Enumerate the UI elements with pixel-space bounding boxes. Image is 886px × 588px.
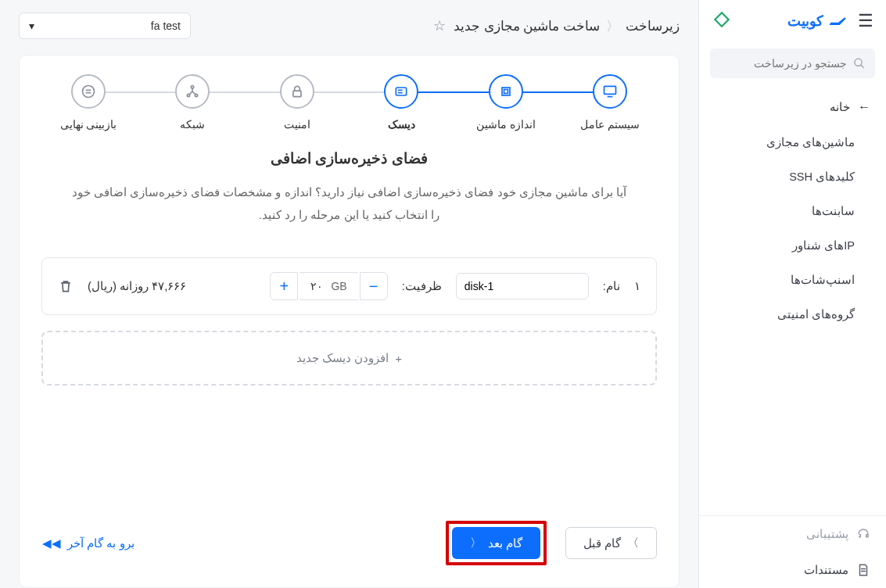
nav-home[interactable]: ← خانه bbox=[699, 89, 886, 125]
add-disk-label: افزودن دیسک جدید bbox=[296, 351, 389, 365]
nav-ssh-keys[interactable]: کلیدهای SSH bbox=[699, 160, 886, 194]
trash-icon[interactable] bbox=[58, 278, 74, 294]
stepper: سیستم عامل اندازه ماشین دیسک bbox=[41, 74, 657, 131]
lock-icon bbox=[289, 84, 305, 99]
breadcrumb: زیرساخت 〈 ساخت ماشین مجازی جدید bbox=[454, 17, 680, 35]
capacity-display: GB ۲۰ bbox=[300, 272, 357, 300]
document-icon bbox=[856, 563, 870, 577]
step-review[interactable]: بازبینی نهایی bbox=[41, 74, 135, 131]
chevron-left-icon: 〈 bbox=[470, 536, 482, 550]
disk-price: ۴۷,۶۶۶ روزانه (ریال) bbox=[88, 279, 187, 293]
add-disk-button[interactable]: + افزودن دیسک جدید bbox=[41, 331, 657, 385]
svg-point-10 bbox=[192, 86, 194, 88]
search-icon bbox=[853, 56, 866, 70]
step-network[interactable]: شبکه bbox=[145, 74, 239, 131]
project-select-value: fa test bbox=[151, 20, 181, 32]
search-input-container[interactable] bbox=[710, 48, 875, 78]
breadcrumb-root[interactable]: زیرساخت bbox=[626, 18, 680, 34]
menu-icon[interactable]: ☰ bbox=[858, 11, 873, 31]
brand-name: کوبیت bbox=[787, 13, 823, 30]
section-description: آیا برای ماشین مجازی خود فضای ذخیره‌سازی… bbox=[68, 181, 631, 226]
disk-capacity-label: ظرفیت: bbox=[402, 279, 442, 293]
highlight-annotation: گام بعد 〈 bbox=[446, 521, 547, 565]
nav-vms[interactable]: ماشین‌های مجازی bbox=[699, 125, 886, 160]
disk-name-input[interactable] bbox=[456, 273, 589, 299]
favorite-star-icon[interactable]: ☆ bbox=[433, 17, 446, 34]
disk-icon bbox=[393, 84, 409, 99]
nav-security-groups[interactable]: گروه‌های امنیتی bbox=[699, 297, 886, 332]
brand-secondary-icon bbox=[712, 9, 732, 33]
disk-name-label: نام: bbox=[603, 279, 620, 293]
disk-row: ۱ نام: ظرفیت: − GB ۲۰ + ۴۷,۶۶۶ روزانه (ر… bbox=[41, 257, 657, 315]
nav-subnets[interactable]: سابنت‌ها bbox=[699, 194, 886, 228]
svg-line-1 bbox=[861, 65, 864, 68]
arrow-left-icon: ← bbox=[858, 100, 870, 114]
chevron-left-icon: 〈 bbox=[606, 17, 619, 35]
page-title: ساخت ماشین مجازی جدید bbox=[454, 18, 600, 34]
nav-home-label: خانه bbox=[830, 100, 850, 114]
capacity-stepper: − GB ۲۰ + bbox=[270, 272, 387, 300]
network-icon bbox=[185, 84, 200, 99]
main-content: زیرساخت 〈 ساخت ماشین مجازی جدید ☆ fa tes… bbox=[0, 0, 698, 588]
topbar: زیرساخت 〈 ساخت ماشین مجازی جدید ☆ fa tes… bbox=[0, 0, 698, 47]
svg-point-0 bbox=[855, 59, 862, 66]
project-select[interactable]: fa test ▾ bbox=[19, 13, 191, 39]
svg-point-13 bbox=[83, 86, 95, 98]
prev-button[interactable]: 〉 گام قبل bbox=[565, 527, 657, 559]
disk-index: ۱ bbox=[634, 279, 640, 293]
review-icon bbox=[81, 84, 96, 99]
nav-floating-ips[interactable]: IPهای شناور bbox=[699, 228, 886, 263]
svg-rect-5 bbox=[504, 90, 508, 94]
capacity-decrease-button[interactable]: − bbox=[360, 272, 388, 300]
chevron-right-icon: 〉 bbox=[627, 536, 639, 550]
step-os[interactable]: سیستم عامل bbox=[563, 74, 657, 131]
search-input[interactable] bbox=[719, 57, 847, 70]
svg-rect-4 bbox=[502, 88, 510, 95]
capacity-value: ۲۰ bbox=[310, 280, 323, 292]
monitor-icon bbox=[602, 84, 618, 99]
plus-icon: + bbox=[395, 352, 402, 365]
nav-snapshots[interactable]: اسنپ‌شات‌ها bbox=[699, 263, 886, 297]
sidebar: ☰ کوبیت ← خانه ماشین‌های مجازی کلیدهای S… bbox=[698, 0, 886, 588]
brand-logo[interactable]: کوبیت bbox=[787, 13, 848, 30]
nav: ← خانه ماشین‌های مجازی کلیدهای SSH سابنت… bbox=[699, 89, 886, 515]
caret-down-icon: ▾ bbox=[29, 20, 34, 32]
goto-last-button[interactable]: برو به گام آخر ◀◀ bbox=[41, 528, 135, 559]
section-heading: فضای ذخیره‌سازی اضافی bbox=[41, 149, 657, 167]
svg-rect-6 bbox=[396, 88, 407, 95]
headset-icon bbox=[856, 527, 870, 541]
nav-docs[interactable]: مستندات bbox=[699, 552, 886, 588]
sidebar-footer: پشتیبانی مستندات bbox=[699, 515, 886, 588]
nav-support[interactable]: پشتیبانی bbox=[699, 516, 886, 552]
next-button[interactable]: گام بعد 〈 bbox=[452, 527, 540, 559]
double-chevron-left-icon: ◀◀ bbox=[42, 536, 61, 550]
wizard-card: سیستم عامل اندازه ماشین دیسک bbox=[19, 55, 680, 588]
svg-rect-2 bbox=[604, 86, 616, 94]
step-security[interactable]: امنیت bbox=[250, 74, 344, 131]
step-size[interactable]: اندازه ماشین bbox=[459, 74, 553, 131]
step-disk[interactable]: دیسک bbox=[354, 74, 448, 131]
cpu-icon bbox=[498, 84, 514, 99]
svg-rect-9 bbox=[293, 91, 301, 97]
capacity-increase-button[interactable]: + bbox=[270, 272, 298, 300]
wizard-footer: 〉 گام قبل گام بعد 〈 برو به گام آخر ◀◀ bbox=[41, 502, 657, 568]
capacity-unit: GB bbox=[331, 280, 346, 292]
